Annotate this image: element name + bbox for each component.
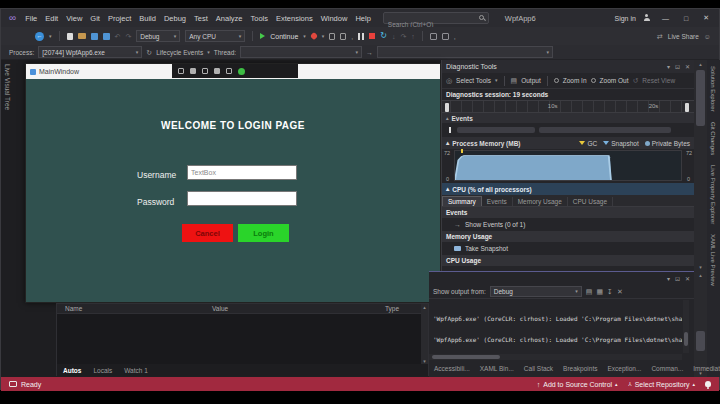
pin-icon[interactable]: ⊡ (675, 275, 680, 282)
tab-immediate[interactable]: Immediat... (688, 365, 720, 372)
chevron-down-icon[interactable]: ▾ (667, 275, 670, 282)
clear-all-icon[interactable]: ↧ (607, 288, 613, 295)
layout-adorners-icon[interactable] (202, 68, 208, 74)
menu-analyze[interactable]: Analyze (212, 14, 247, 23)
events-section-header[interactable]: ▴ Events (442, 113, 694, 123)
zoom-in-button[interactable]: Zoom In (563, 77, 587, 84)
save-icon[interactable] (91, 33, 98, 40)
scroll-up-icon[interactable]: ▴ (421, 304, 428, 310)
menu-test[interactable]: Test (190, 14, 212, 23)
tab-accessibility[interactable]: Accessibili... (429, 365, 475, 372)
enable-selection-icon[interactable] (190, 68, 196, 74)
live-visual-tree-icon[interactable] (178, 68, 184, 74)
step-into-icon[interactable]: ↓ (392, 33, 396, 40)
tab-command[interactable]: Comman... (646, 365, 688, 372)
word-wrap-icon[interactable]: ▦ (596, 288, 603, 295)
menu-project[interactable]: Project (104, 14, 135, 23)
output-source-dropdown[interactable]: Debug▾ (490, 286, 582, 297)
close-button[interactable]: ✕ (699, 14, 713, 22)
continue-play-icon[interactable] (260, 33, 265, 39)
tab-exceptions[interactable]: Exception... (602, 365, 646, 372)
lifecycle-events-button[interactable]: Lifecycle Events (156, 49, 203, 56)
find-message-icon[interactable]: ▤ (586, 288, 593, 295)
pin-icon[interactable]: ⊡ (675, 63, 680, 70)
continue-caret-icon[interactable]: ▾ (303, 34, 306, 39)
tab-summary[interactable]: Summary (442, 196, 482, 206)
live-share-button[interactable]: Live Share (668, 33, 699, 40)
tab-autos[interactable]: Autos (57, 367, 87, 374)
tab-live-property-explorer[interactable]: Live Property Explorer (710, 159, 716, 224)
timeline-right-handle[interactable] (685, 103, 689, 112)
autos-scrollbar[interactable]: ▴ ▾ (421, 304, 428, 364)
hot-reload-icon[interactable] (310, 32, 318, 40)
take-snapshot-link[interactable]: Take Snapshot (442, 242, 694, 255)
reset-view-button[interactable]: Reset View (642, 77, 675, 84)
track-focused-element-icon[interactable] (214, 68, 220, 74)
output-log[interactable]: 'WpfApp6.exe' (CoreCLR: clrhost): Loaded… (429, 300, 682, 353)
grid-overlay-icon[interactable] (226, 68, 232, 74)
lifecycle-caret-icon[interactable]: ▾ (207, 50, 210, 55)
navigate-back-icon[interactable]: ← (35, 32, 44, 41)
menu-view[interactable]: View (62, 14, 86, 23)
scroll-up-icon[interactable]: ▴ (694, 61, 707, 67)
autos-body[interactable] (57, 314, 428, 364)
solution-configuration-dropdown[interactable]: Debug▾ (136, 30, 180, 42)
tab-locals[interactable]: Locals (87, 367, 118, 374)
diagnostics-scrollbar[interactable]: ▴ ▾ (694, 60, 707, 271)
menu-file[interactable]: File (21, 14, 41, 23)
menu-extensions[interactable]: Extensions (272, 14, 317, 23)
diagnostics-timeline[interactable]: 10s 20s (442, 100, 694, 113)
tab-xaml-binding[interactable]: XAML Bin... (475, 365, 519, 372)
select-repository-button[interactable]: Y Select Repository ▴ (628, 381, 695, 388)
menu-build[interactable]: Build (135, 14, 160, 23)
notifications-bell-icon[interactable] (705, 381, 711, 387)
process-dropdown[interactable]: [20744] WpfApp6.exe▾ (38, 46, 142, 58)
find-in-files-icon[interactable] (430, 33, 437, 40)
tab-watch-1[interactable]: Watch 1 (118, 367, 154, 374)
sign-in-link[interactable]: Sign in (614, 15, 635, 22)
scrollbar-thumb[interactable] (432, 355, 500, 359)
password-field[interactable] (187, 191, 297, 206)
close-icon[interactable]: ✕ (685, 275, 690, 282)
live-share-icon[interactable]: ⇄ (657, 33, 663, 40)
menu-window[interactable]: Window (317, 14, 352, 23)
break-all-icon[interactable] (358, 33, 364, 40)
lifecycle-events-icon[interactable]: ↻ (146, 49, 152, 56)
step-over-icon[interactable]: ↷ (400, 33, 406, 40)
chevron-down-icon[interactable]: ▾ (667, 63, 670, 70)
show-events-link[interactable]: → Show Events (0 of 1) (442, 218, 694, 231)
scrollbar-thumb[interactable] (696, 70, 705, 126)
close-icon[interactable]: ✕ (685, 63, 690, 70)
menu-tools[interactable]: Tools (246, 14, 272, 23)
tab-solution-explorer[interactable]: Solution Explorer (710, 60, 716, 112)
tab-git-changes[interactable]: Git Changes (710, 116, 716, 155)
tab-call-stack[interactable]: Call Stack (519, 365, 558, 372)
app-titlebar[interactable]: MainWindow (26, 64, 440, 79)
login-button[interactable]: Login (238, 224, 289, 242)
scroll-up-icon[interactable]: ▴ (694, 272, 707, 278)
column-type[interactable]: Type (385, 305, 399, 312)
column-value[interactable]: Value (212, 305, 228, 312)
tab-live-visual-tree[interactable]: Live Visual Tree (4, 60, 11, 110)
restart-debug-icon[interactable]: ↻ (380, 32, 387, 40)
tab-memory-usage[interactable]: Memory Usage (513, 197, 568, 206)
scrollbar-thumb[interactable] (684, 332, 688, 346)
add-to-source-control-button[interactable]: ↑ Add to Source Control ▴ (537, 381, 618, 388)
output-horizontal-scrollbar[interactable] (429, 354, 682, 360)
undo-icon[interactable]: ↶ (115, 33, 121, 40)
select-tools-button[interactable]: Select Tools (456, 77, 491, 84)
menu-help[interactable]: Help (351, 14, 374, 23)
timeline-left-handle[interactable] (445, 103, 449, 112)
restart-application-icon[interactable] (340, 33, 346, 40)
cancel-button[interactable]: Cancel (182, 224, 233, 242)
output-scrollbar[interactable]: ▴ ▾ (694, 271, 707, 377)
hot-reload-status-icon[interactable] (238, 68, 245, 75)
hot-reload-caret-icon[interactable]: ▾ (322, 34, 325, 39)
tab-cpu-usage[interactable]: CPU Usage (568, 197, 613, 206)
tab-breakpoints[interactable]: Breakpoints (558, 365, 602, 372)
thread-dropdown[interactable]: ▾ (240, 46, 362, 58)
menu-edit[interactable]: Edit (41, 14, 62, 23)
step-out-icon[interactable]: ↑ (411, 33, 415, 40)
scrollbar-thumb[interactable] (696, 331, 705, 351)
navigate-back-caret-icon[interactable]: ▾ (49, 34, 52, 39)
